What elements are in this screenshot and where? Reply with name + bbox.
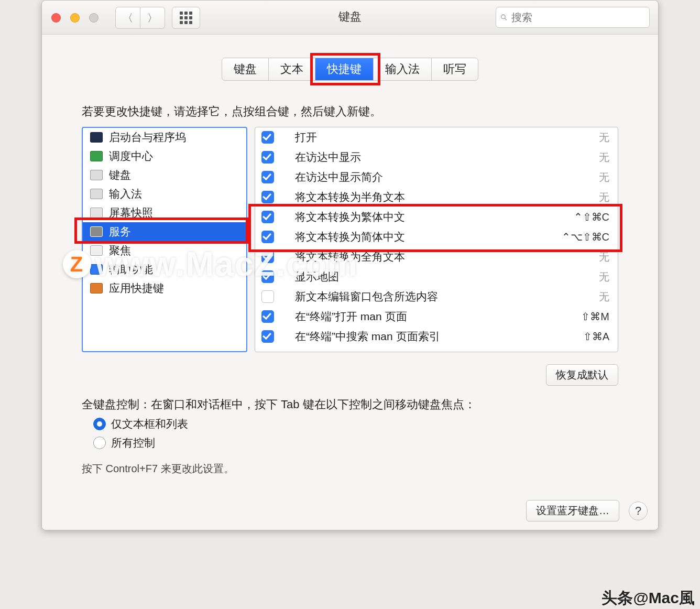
- shortcut-key: 无: [546, 290, 609, 304]
- shortcut-checkbox[interactable]: [261, 251, 274, 263]
- category-screenshots[interactable]: 屏幕快照: [83, 203, 246, 222]
- shortcut-label: 在访达中显示: [295, 150, 546, 165]
- shortcut-checkbox[interactable]: [261, 231, 274, 243]
- shortcut-checkbox[interactable]: [261, 171, 274, 183]
- shortcut-row[interactable]: 将文本转换为繁体中文⌃⇧⌘C: [255, 207, 618, 227]
- input-sources-icon: [90, 189, 103, 199]
- category-label: 辅助功能: [109, 262, 153, 277]
- shortcut-checkbox[interactable]: [261, 330, 274, 343]
- tab-dictation[interactable]: 听写: [431, 58, 478, 80]
- shortcut-row[interactable]: 在访达中显示简介无: [255, 167, 618, 187]
- spotlight-icon: [90, 245, 103, 256]
- shortcut-label: 在访达中显示简介: [295, 170, 546, 184]
- search-icon: [500, 12, 507, 23]
- category-accessibility[interactable]: 辅助功能: [83, 260, 246, 279]
- shortcut-list[interactable]: 打开无 在访达中显示无 在访达中显示简介无 将文本转换为半角文本无 将文本转换为…: [255, 127, 618, 352]
- shortcut-row[interactable]: 在访达中显示无: [255, 147, 618, 167]
- mission-control-icon: [90, 151, 103, 161]
- full-keyboard-heading: 全键盘控制：在窗口和对话框中，按下 Tab 键在以下控制之间移动键盘焦点：: [82, 397, 618, 412]
- footer-watermark: 头条@Mac風: [601, 588, 695, 609]
- shortcut-checkbox[interactable]: [261, 310, 274, 323]
- category-label: 应用快捷键: [109, 281, 164, 296]
- shortcut-checkbox[interactable]: [261, 151, 274, 164]
- shortcut-label: 打开: [295, 130, 546, 145]
- shortcut-checkbox[interactable]: [261, 270, 274, 283]
- shortcut-row[interactable]: 显示地图无: [255, 267, 618, 287]
- shortcut-label: 将文本转换为繁体中文: [295, 210, 546, 224]
- shortcut-row[interactable]: 将文本转换为全角文本无: [255, 247, 618, 267]
- instruction-text: 若要更改快捷键，请选择它，点按组合键，然后键入新键。: [82, 104, 658, 119]
- titlebar: 〈 〉 键盘: [42, 1, 658, 35]
- shortcut-label: 将文本转换为简体中文: [295, 230, 546, 244]
- shortcut-label: 在“终端”中搜索 man 页面索引: [295, 329, 546, 344]
- category-spotlight[interactable]: 聚焦: [83, 241, 246, 260]
- shortcut-panes: 启动台与程序坞 调度中心 键盘 输入法 屏幕快照 服务 聚焦 辅助功能 应用快捷…: [82, 127, 618, 352]
- tab-shortcuts[interactable]: 快捷键: [315, 58, 373, 80]
- shortcut-row[interactable]: 将文本转换为简体中文⌃⌥⇧⌘C: [255, 227, 618, 247]
- setup-bluetooth-keyboard-button[interactable]: 设置蓝牙键盘…: [526, 500, 619, 521]
- help-button[interactable]: ?: [629, 502, 648, 520]
- category-label: 聚焦: [109, 243, 131, 258]
- shortcut-key: 无: [546, 130, 609, 145]
- radio-all-controls-row[interactable]: 所有控制: [93, 436, 618, 450]
- shortcut-row[interactable]: 将文本转换为半角文本无: [255, 187, 618, 207]
- shortcut-row[interactable]: 打开无: [255, 127, 618, 147]
- category-mission-control[interactable]: 调度中心: [83, 147, 246, 166]
- category-app-shortcuts[interactable]: 应用快捷键: [83, 279, 246, 298]
- shortcut-label: 将文本转换为半角文本: [295, 190, 546, 204]
- keyboard-icon: [90, 170, 103, 180]
- shortcut-key: ⇧⌘M: [546, 310, 609, 323]
- svg-line-1: [505, 18, 507, 20]
- search-field[interactable]: [496, 7, 650, 28]
- shortcut-label: 显示地图: [295, 269, 546, 284]
- svg-point-0: [501, 15, 506, 19]
- shortcut-key: 无: [546, 270, 609, 284]
- tab-keyboard[interactable]: 键盘: [222, 58, 268, 80]
- category-launchpad-dock[interactable]: 启动台与程序坞: [83, 128, 246, 147]
- category-label: 屏幕快照: [109, 205, 153, 220]
- shortcut-key: 无: [546, 170, 609, 184]
- category-input-sources[interactable]: 输入法: [83, 184, 246, 203]
- category-list[interactable]: 启动台与程序坞 调度中心 键盘 输入法 屏幕快照 服务 聚焦 辅助功能 应用快捷…: [82, 127, 247, 352]
- bottom-right-controls: 设置蓝牙键盘… ?: [526, 500, 648, 521]
- shortcut-key: 无: [546, 150, 609, 165]
- radio-all-controls[interactable]: [93, 437, 106, 449]
- shortcut-key: 无: [546, 190, 609, 204]
- shortcut-row[interactable]: 在“终端”打开 man 页面⇧⌘M: [255, 307, 618, 327]
- shortcut-key: ⌃⌥⇧⌘C: [546, 231, 609, 243]
- tab-bar: 键盘 文本 快捷键 输入法 听写: [42, 58, 658, 81]
- radio-label: 仅文本框和列表: [111, 417, 188, 431]
- shortcut-label: 将文本转换为全角文本: [295, 249, 546, 264]
- shortcut-key: ⇧⌘A: [546, 330, 609, 343]
- shortcut-label: 在“终端”打开 man 页面: [295, 309, 546, 324]
- category-label: 输入法: [109, 187, 142, 201]
- shortcut-checkbox[interactable]: [261, 191, 274, 203]
- category-label: 调度中心: [109, 149, 153, 164]
- radio-text-only[interactable]: [93, 418, 106, 430]
- category-keyboard[interactable]: 键盘: [83, 166, 246, 184]
- category-services[interactable]: 服务: [83, 222, 246, 241]
- launchpad-icon: [90, 132, 103, 143]
- search-input[interactable]: [510, 11, 645, 24]
- restore-defaults-area: 恢复成默认: [546, 364, 618, 386]
- shortcut-checkbox[interactable]: [261, 290, 274, 303]
- tab-text[interactable]: 文本: [268, 58, 315, 80]
- shortcut-key: ⌃⇧⌘C: [546, 211, 609, 223]
- restore-defaults-button[interactable]: 恢复成默认: [546, 364, 618, 386]
- shortcut-row[interactable]: 在“终端”中搜索 man 页面索引⇧⌘A: [255, 327, 618, 346]
- radio-label: 所有控制: [111, 436, 155, 450]
- shortcut-checkbox[interactable]: [261, 211, 274, 223]
- category-label: 服务: [109, 224, 131, 239]
- shortcut-row[interactable]: 新文本编辑窗口包含所选内容无: [255, 287, 618, 307]
- accessibility-icon: [90, 264, 103, 275]
- shortcut-checkbox[interactable]: [261, 131, 274, 144]
- category-label: 启动台与程序坞: [109, 130, 186, 145]
- full-keyboard-access-section: 全键盘控制：在窗口和对话框中，按下 Tab 键在以下控制之间移动键盘焦点： 仅文…: [82, 397, 618, 476]
- shortcut-key: 无: [546, 250, 609, 264]
- full-keyboard-hint: 按下 Control+F7 来更改此设置。: [82, 462, 618, 476]
- preferences-window: 〈 〉 键盘 键盘 文本 快捷键 输入法 听写 若要更改快捷键，请选择它，点按组…: [41, 0, 659, 530]
- app-shortcuts-icon: [90, 283, 103, 293]
- tab-input-sources[interactable]: 输入法: [373, 58, 431, 80]
- radio-text-only-row[interactable]: 仅文本框和列表: [93, 417, 618, 431]
- screenshot-icon: [90, 208, 103, 218]
